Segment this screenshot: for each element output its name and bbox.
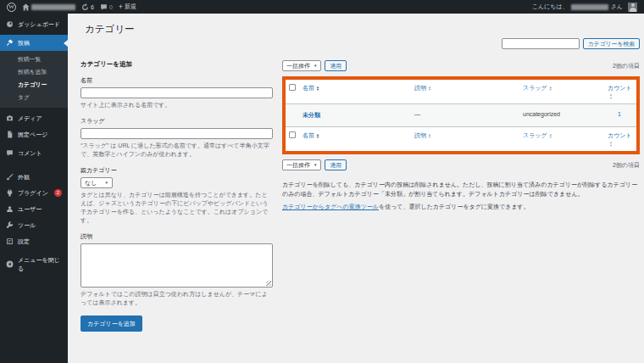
sidebar-item-appearance[interactable]: 外観: [0, 169, 68, 185]
description-help: デフォルトではこの説明は目立つ使われ方はしませんが、テーマによっては表示されます…: [80, 290, 273, 307]
main-content: カテゴリー カテゴリーを検索 カテゴリーを追加 名前 サイト上に表示される名前で…: [68, 14, 644, 363]
settings-icon: [6, 237, 14, 245]
table-footer-row: 名前▲▼ 説明▲▼ スラッグ▲▼ カウント▲▼: [286, 127, 636, 152]
user-icon: [6, 205, 14, 213]
sidebar-label: ユーザー: [18, 205, 42, 214]
plus-icon: +: [119, 3, 123, 11]
sidebar-item-tools[interactable]: ツール: [0, 217, 68, 233]
document-icon: [6, 131, 14, 138]
delete-note: カテゴリーを削除しても、カテゴリー内の投稿は削除されません。ただし、投稿に割り当…: [282, 180, 640, 198]
category-row-uncategorized: 未分類 — uncategorized 1: [286, 104, 636, 127]
bulk-actions-top: 一括操作 ▼ 適用 2個の項目: [282, 59, 640, 72]
category-name-link[interactable]: 未分類: [303, 112, 320, 118]
brush-icon: [6, 173, 14, 181]
name-field[interactable]: [80, 87, 273, 98]
description-field[interactable]: [80, 243, 273, 288]
sidebar-item-users[interactable]: ユーザー: [0, 201, 68, 217]
submenu-item-add-post[interactable]: 投稿を追加: [0, 65, 68, 78]
sort-arrows-icon: ▲▼: [609, 141, 614, 147]
page-title: カテゴリー: [85, 23, 135, 36]
sort-by-slug[interactable]: スラッグ▲▼: [523, 85, 552, 91]
description-header-label: 説明: [414, 85, 426, 91]
add-category-form: カテゴリーを追加 名前 サイト上に表示される名前です。 スラッグ “スラッグ” …: [80, 60, 273, 332]
sort-by-description[interactable]: 説明▲▼: [414, 132, 431, 138]
sidebar-label: 外観: [18, 173, 30, 182]
sidebar-item-pages[interactable]: 固定ページ: [0, 126, 68, 142]
submenu-item-tags[interactable]: タグ: [0, 91, 68, 103]
sidebar-item-comments[interactable]: コメント: [0, 145, 68, 161]
sort-by-description[interactable]: 説明▲▼: [414, 85, 431, 91]
sidebar-item-settings[interactable]: 設定: [0, 233, 68, 249]
chevron-down-icon: ▼: [105, 181, 108, 185]
sidebar-item-plugins[interactable]: プラグイン 2: [0, 185, 68, 201]
apply-button-bottom[interactable]: 適用: [325, 159, 347, 170]
sidebar-item-media[interactable]: メディア: [0, 110, 68, 126]
add-category-button[interactable]: カテゴリーを追加: [80, 316, 142, 332]
admin-bar-left: W 6 0 + 新規: [7, 3, 532, 12]
sort-arrows-icon: ▲▼: [428, 133, 431, 139]
admin-bar-account[interactable]: こんにちは、 さん: [532, 3, 637, 12]
wordpress-logo-icon[interactable]: W: [7, 3, 16, 12]
search-area: カテゴリーを検索: [502, 38, 640, 49]
pin-icon: [6, 39, 14, 47]
updates-count: 6: [91, 4, 94, 10]
sort-arrows-icon: ▲▼: [428, 86, 431, 92]
submenu-item-all-posts[interactable]: 投稿一覧: [0, 53, 68, 65]
sidebar-label: 設定: [18, 237, 30, 246]
parent-category-select[interactable]: なし ▼: [80, 177, 113, 188]
form-heading: カテゴリーを追加: [80, 60, 273, 69]
select-all-checkbox-bottom[interactable]: [289, 131, 296, 138]
table-header-row: 名前▲▼ 説明▲▼ スラッグ▲▼ カウント▲▼: [286, 80, 636, 104]
slug-field[interactable]: [80, 128, 273, 139]
sidebar-item-posts[interactable]: 投稿: [0, 35, 68, 51]
category-slug: uncategorized: [519, 104, 604, 127]
bulk-action-value: 一括操作: [286, 161, 310, 170]
sidebar-label: コメント: [18, 149, 42, 158]
site-menu[interactable]: [22, 3, 75, 11]
sort-by-count[interactable]: カウント▲▼: [608, 132, 633, 147]
search-categories-button[interactable]: カテゴリーを検索: [583, 38, 640, 49]
admin-sidebar: ダッシュボード 投稿 投稿一覧 投稿を追加 カテゴリー タグ メディア 固定ペー…: [0, 14, 68, 363]
count-header-label: カウント: [608, 85, 632, 91]
converter-note: カテゴリーからタグへの変換ツールを使って、選択したカテゴリーをタグに変換できます…: [282, 202, 640, 211]
category-to-tag-converter-link[interactable]: カテゴリーからタグへの変換ツール: [282, 204, 379, 209]
sidebar-collapse-menu[interactable]: メニューを閉じる: [0, 252, 68, 276]
categories-table-highlight: 名前▲▼ 説明▲▼ スラッグ▲▼ カウント▲▼ 未分類 — uncategori…: [282, 76, 640, 154]
items-count-bottom: 2個の項目: [613, 161, 640, 170]
greeting-suffix: さん: [611, 3, 623, 11]
sort-arrows-icon: ▲▼: [549, 133, 552, 139]
select-all-checkbox-top[interactable]: [289, 84, 296, 91]
sort-by-slug[interactable]: スラッグ▲▼: [523, 132, 552, 138]
bulk-action-select-bottom[interactable]: 一括操作 ▼: [282, 159, 321, 170]
new-content-menu[interactable]: + 新規: [119, 3, 136, 11]
comments-indicator[interactable]: 0: [100, 3, 113, 11]
converter-note-rest: を使って、選択したカテゴリーをタグに変換できます。: [379, 204, 530, 209]
categories-list: 一括操作 ▼ 適用 2個の項目 名前▲▼ 説明▲▼ スラッグ▲▼ カウント▲▼: [282, 59, 640, 211]
sidebar-item-dashboard[interactable]: ダッシュボード: [0, 16, 68, 32]
home-icon: [22, 3, 30, 11]
sort-by-name[interactable]: 名前▲▼: [303, 85, 319, 91]
search-input[interactable]: [502, 38, 580, 49]
sort-by-count[interactable]: カウント▲▼: [608, 85, 633, 99]
site-name-redacted[interactable]: [31, 4, 75, 10]
submenu-item-categories[interactable]: カテゴリー: [0, 78, 68, 91]
items-count-top: 2個の項目: [613, 62, 640, 70]
bulk-action-select-top[interactable]: 一括操作 ▼: [282, 60, 321, 71]
plug-icon: [6, 189, 14, 197]
categories-table: 名前▲▼ 説明▲▼ スラッグ▲▼ カウント▲▼ 未分類 — uncategori…: [286, 80, 636, 151]
resize-grip[interactable]: [266, 281, 271, 286]
parent-category-value: なし: [85, 179, 97, 187]
sort-arrows-icon: ▲▼: [316, 133, 319, 139]
sort-by-name[interactable]: 名前▲▼: [303, 132, 319, 138]
name-help: サイト上に表示される名前です。: [80, 101, 273, 109]
bulk-action-value: 一括操作: [286, 62, 310, 70]
apply-button-top[interactable]: 適用: [325, 60, 347, 71]
comment-icon: [100, 3, 108, 11]
updates-indicator[interactable]: 6: [81, 3, 94, 11]
greeting-prefix: こんにちは、: [532, 3, 569, 11]
slug-help: “スラッグ” は URL に適した形式の名前です。通常はすべて半角小文字で、英数…: [80, 142, 273, 159]
sidebar-label: ツール: [18, 221, 36, 230]
category-count-link[interactable]: 1: [608, 111, 621, 117]
name-label: 名前: [80, 76, 273, 85]
category-description: —: [411, 104, 519, 127]
